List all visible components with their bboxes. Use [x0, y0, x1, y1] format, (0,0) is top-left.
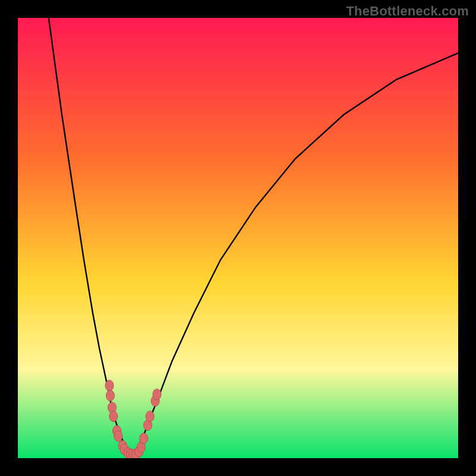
data-marker — [114, 431, 123, 441]
data-marker — [153, 389, 161, 400]
data-marker — [105, 380, 114, 391]
data-marker — [140, 433, 148, 444]
data-marker — [106, 390, 114, 401]
data-marker — [109, 411, 118, 422]
gradient-background — [18, 18, 458, 458]
chart-frame — [18, 18, 458, 458]
watermark-text: TheBottleneck.com — [346, 4, 469, 19]
data-marker — [146, 411, 154, 422]
chart-svg — [18, 18, 458, 458]
